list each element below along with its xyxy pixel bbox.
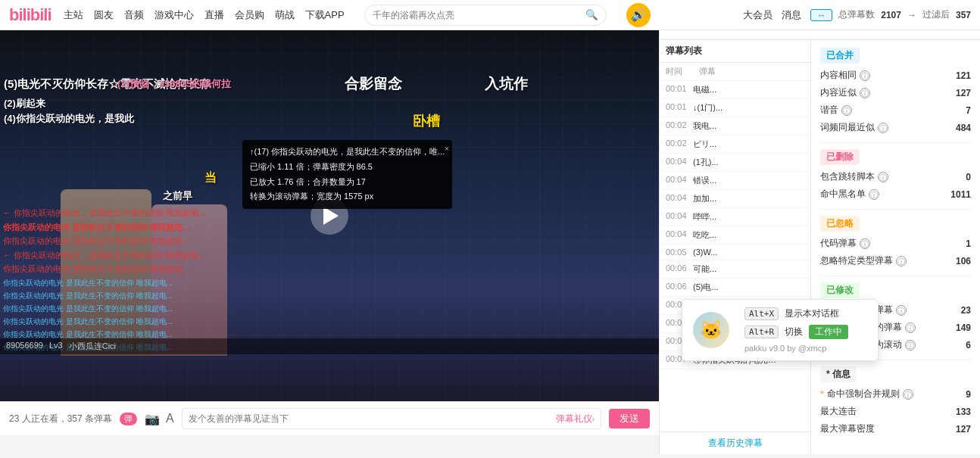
pakku-popup: 🐱 Alt+X 显示本对话框 Alt+R 切换 工作中 pakku v9.0 b…	[682, 299, 879, 361]
danmu-time: 00:01	[666, 84, 688, 93]
nav-live[interactable]: 直播	[204, 8, 224, 22]
filter-item-value: 6	[948, 340, 971, 351]
list-item[interactable]: 00:06 (5)电...	[660, 279, 810, 297]
font-icon[interactable]: A	[166, 412, 174, 426]
filter-row: 命中黑名单 ⓘ 1011	[820, 185, 971, 203]
list-item[interactable]: 00:04 加加...	[660, 190, 810, 208]
filter-item-value: 1011	[948, 189, 971, 200]
view-history-button[interactable]: 查看历史弹幕	[660, 432, 810, 454]
col-time-header: 时间	[666, 66, 693, 77]
info-icon[interactable]: ⓘ	[903, 389, 913, 400]
danmu-content: 可能...	[693, 263, 804, 275]
nav-audio[interactable]: 音频	[124, 8, 144, 22]
danmu-content: ビリ...	[693, 139, 804, 150]
messages-link[interactable]: 消息	[782, 8, 801, 22]
nav-game[interactable]: 游戏中心	[154, 8, 194, 22]
list-item[interactable]: 00:06 可能...	[660, 260, 810, 279]
danmu-time: 00:04	[666, 175, 688, 184]
filter-row: 最大连击 133	[820, 403, 971, 420]
video-container[interactable]: (5)电光不灭仿仰长存☆電光不滅怆何长存 (2)刷起来 (4)你指尖跃动的电光，…	[0, 30, 659, 401]
video-side: (5)电光不灭仿仰长存☆電光不滅怆何长存 (2)刷起来 (4)你指尖跃动的电光，…	[0, 30, 659, 454]
nav-meng[interactable]: 萌战	[275, 8, 295, 22]
nav-friends[interactable]: 圆友	[94, 8, 114, 22]
bilibili-logo[interactable]: bilibili	[9, 5, 51, 25]
filter-item-value: 127	[948, 88, 971, 98]
list-item[interactable]: 00:01 电磁...	[660, 81, 810, 99]
top-navigation: bilibili 主站 圆友 音频 游戏中心 直播 会员购 萌战 下载APP 🔍…	[0, 0, 980, 30]
big-vip-link[interactable]: 大会员	[743, 8, 772, 22]
screenshot-icon[interactable]: 📷	[145, 412, 160, 426]
danmu-etiquette-link[interactable]: 弹幕礼仪	[556, 413, 592, 425]
bottom-bar: 23 人正在看，357 条弹幕 弹 📷 A 弹幕礼仪 › 发送	[0, 401, 659, 435]
danmu-list-columns: 时间 弹幕	[660, 63, 810, 81]
list-item[interactable]: 00:02 我电...	[660, 117, 810, 136]
list-item[interactable]: 00:04 (1孔)...	[660, 154, 810, 172]
info-icon[interactable]: ⓘ	[869, 189, 879, 200]
tooltip-line3: 已放大 1.76 倍；合并数量为 17	[250, 175, 445, 190]
toggle-filter-button[interactable]: ↔	[810, 9, 832, 21]
info-icon[interactable]: ⓘ	[905, 340, 916, 351]
filter-item-label: 词频同最近似 ⓘ	[820, 121, 948, 134]
tooltip-close-button[interactable]: ×	[445, 142, 449, 157]
pakku-show-row: Alt+X 显示本对话框	[744, 307, 848, 320]
nav-download[interactable]: 下载APP	[305, 8, 345, 22]
total-danmu-label: 总弹幕数	[838, 8, 875, 21]
pakku-content-area: Alt+X 显示本对话框 Alt+R 切换 工作中 pakku v9.0 by …	[744, 307, 848, 353]
right-panel-header	[660, 30, 980, 40]
info-icon[interactable]: ⓘ	[860, 238, 870, 249]
filter-row: 内容相同 ⓘ 121	[820, 67, 971, 84]
nav-vip[interactable]: 会员购	[235, 8, 264, 22]
filter-item-value: 23	[948, 305, 971, 316]
list-item[interactable]: 00:04 吃吃...	[660, 226, 810, 245]
danmu-stats-header: ↔ 总弹幕数 2107 → 过滤后 357	[810, 8, 971, 21]
nav-home[interactable]: 主站	[64, 8, 83, 22]
filter-row: 谐音 ⓘ 7	[820, 101, 971, 119]
divider	[820, 209, 971, 210]
filter-item-value: 127	[948, 424, 971, 435]
list-item[interactable]: 00:04 错误...	[660, 172, 810, 190]
danmu-time: 00:02	[666, 139, 688, 148]
danmu-content: 哔哔...	[693, 211, 804, 223]
info-icon[interactable]: ⓘ	[896, 256, 907, 266]
list-item[interactable]: 00:04 哔哔...	[660, 208, 810, 226]
danmu-input[interactable]	[189, 413, 553, 424]
filter-item-label: 代码弹幕 ⓘ	[820, 237, 948, 250]
info-icon[interactable]: ⓘ	[860, 70, 870, 81]
info-icon[interactable]: ⓘ	[878, 172, 888, 182]
list-item[interactable]: 00:01 ↓(1门)...	[660, 99, 810, 117]
filter-row: 包含跳转脚本 ⓘ 0	[820, 168, 971, 185]
search-input[interactable]	[373, 10, 585, 20]
danmu-badge[interactable]: 弹	[120, 413, 137, 425]
filter-item-label: 最大弹幕密度	[820, 422, 948, 435]
chevron-right-icon: ›	[592, 415, 595, 423]
danmu-content: (3)W...	[693, 248, 804, 257]
danmu-list-panel: 弹幕列表 时间 弹幕 00:01 电磁... 00:01 ↓(1门)...	[660, 40, 811, 454]
danmu-content: 我电...	[693, 120, 804, 132]
filter-row: 内容近似 ⓘ 127	[820, 84, 971, 101]
pakku-status-badge: 工作中	[809, 325, 848, 339]
nav-right-area: 大会员 消息 ↔ 总弹幕数 2107 → 过滤后 357	[743, 8, 971, 22]
list-item[interactable]: 00:05 (3)W...	[660, 245, 810, 260]
viewer-count: 23 人正在看，357 条弹幕	[9, 413, 112, 425]
danmu-time: 00:04	[666, 229, 688, 238]
pakku-show-label: 显示本对话框	[785, 307, 839, 320]
search-button[interactable]: 🔍	[585, 9, 598, 20]
filter-item-label: 内容近似 ⓘ	[820, 86, 948, 99]
filter-item-label: * 命中强制合并规则 ⓘ	[820, 388, 948, 400]
scroll-danmu-red-3: 你指尖跃动的电光 是我此生不变的信仰 唯我超电...	[0, 234, 659, 248]
danmu-rows-container: 00:01 电磁... 00:01 ↓(1门)... 00:02 我电... 0…	[660, 81, 810, 432]
info-icon[interactable]: ⓘ	[841, 105, 852, 116]
filter-section-merged: 已合并 内容相同 ⓘ 121 内容近似 ⓘ 127 谐音 ⓘ 7 词频同最近似	[811, 45, 980, 139]
filter-item-label: 忽略特定类型弹幕 ⓘ	[820, 254, 948, 267]
list-item[interactable]: 00:02 ビリ...	[660, 136, 810, 154]
volume-button[interactable]: 🔊	[626, 3, 651, 27]
danmu-content: (1孔)...	[693, 157, 804, 168]
info-icon[interactable]: ⓘ	[860, 88, 870, 98]
send-button[interactable]: 发送	[609, 409, 650, 428]
info-icon[interactable]: ⓘ	[896, 305, 907, 316]
danmu-content: ↓(1门)...	[693, 102, 804, 114]
filter-item-label: 内容相同 ⓘ	[820, 69, 948, 82]
scroll-danmu-red-5: 你指尖跃动的电光 是我此生不变的信仰 唯我超电...	[0, 262, 659, 276]
info-icon[interactable]: ⓘ	[905, 322, 916, 333]
info-icon[interactable]: ⓘ	[878, 123, 888, 133]
